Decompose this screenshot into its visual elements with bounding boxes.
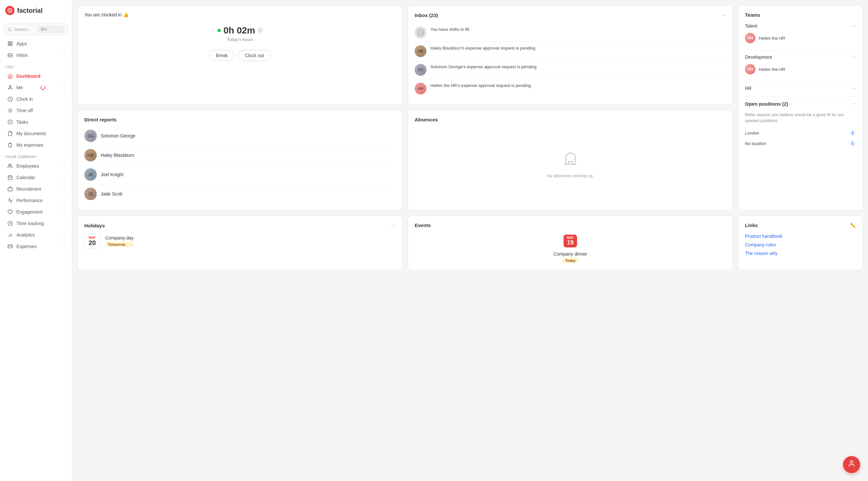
me-arrow: ›: [63, 85, 65, 90]
position-nolocation[interactable]: No location 1: [745, 138, 856, 149]
report-item-jade[interactable]: JS Jade Scott: [84, 184, 396, 204]
sidebar-item-tasks[interactable]: Tasks: [2, 117, 70, 128]
inbox-icon: [7, 52, 13, 58]
sidebar-item-timetracking[interactable]: Time tracking: [2, 218, 70, 229]
absences-card: Absences No absences coming up.: [408, 110, 733, 210]
today-badge: Today: [562, 258, 579, 263]
report-name-solomon: Solomon George: [101, 133, 135, 139]
sidebar-item-clockin[interactable]: Clock in: [2, 93, 70, 105]
talent-avatar-hellen: HH: [745, 33, 755, 43]
hr-arrow[interactable]: →: [850, 85, 856, 91]
sidebar-item-mydocs[interactable]: My documents: [2, 128, 70, 139]
holidays-card: Holidays → MAY 20 Company day Tomorrow: [78, 216, 403, 270]
fab-button[interactable]: [843, 456, 860, 473]
inbox-item-1[interactable]: You have shifts to fill.: [415, 23, 726, 42]
inbox-item-3[interactable]: SG Solomon George's expense approval req…: [415, 61, 726, 80]
svg-point-7: [9, 86, 11, 87]
search-shortcut: ⌘K: [38, 26, 65, 32]
holidays-header: Holidays →: [84, 222, 396, 228]
inbox-card: Inbox (23) → You have shifts to fill. HB…: [408, 5, 733, 105]
talent-member-name-1: Hellen the HR: [759, 36, 785, 41]
clockout-button[interactable]: Clock out: [238, 50, 271, 61]
sidebar-item-dashboard[interactable]: Dashboard: [2, 70, 70, 82]
report-avatar-haley: HB: [84, 149, 97, 161]
position-london-count: 1: [849, 129, 856, 136]
holidays-arrow[interactable]: →: [391, 222, 396, 228]
holiday-day-1: 20: [88, 240, 96, 246]
svg-line-17: [11, 109, 12, 109]
position-nolocation-name: No location: [745, 141, 766, 146]
logo[interactable]: factorial: [0, 0, 72, 21]
break-button[interactable]: Break: [209, 50, 235, 61]
calendar-label: Calendar: [17, 175, 35, 180]
search-box[interactable]: Search... ⌘K: [4, 24, 68, 35]
svg-rect-19: [9, 143, 11, 144]
sidebar-item-expenses[interactable]: Expenses ›: [2, 241, 70, 252]
open-positions-title: Open positions (2): [745, 101, 788, 107]
sidebar-item-employees[interactable]: Employees ›: [2, 160, 70, 172]
bar-icon: [7, 232, 13, 238]
inbox-arrow[interactable]: →: [721, 12, 726, 18]
calendar-arrow: ›: [63, 175, 65, 180]
info-icon[interactable]: ⓘ: [258, 28, 262, 33]
link-product-handbook[interactable]: Product handbook: [745, 232, 856, 241]
tomorrow-badge: Tomorrow: [105, 242, 133, 247]
sidebar-item-me[interactable]: Me ›: [2, 82, 70, 93]
sidebar-item-calendar[interactable]: Calendar ›: [2, 172, 70, 183]
inbox-avatar-hellen: HH: [415, 83, 427, 94]
teams-card: Teams Talent → HH Hellen the HR Developm…: [738, 5, 863, 210]
development-label: Development: [745, 55, 772, 60]
performance-label: Performance: [17, 198, 43, 203]
positions-description: Refer anyone you believe would be a good…: [745, 112, 856, 124]
report-item-solomon[interactable]: SG Solomon George: [84, 126, 396, 146]
inbox-item-2[interactable]: HB Haley Blackburn's expense approval re…: [415, 42, 726, 61]
report-item-haley[interactable]: HB Haley Blackburn: [84, 146, 396, 165]
dev-avatar-hellen: HH: [745, 64, 755, 74]
sidebar-item-inbox[interactable]: Inbox ›: [2, 50, 70, 61]
event-date-badge-1: MAY 19: [564, 235, 577, 247]
timeoff-label: Time off: [17, 108, 33, 113]
svg-rect-4: [10, 42, 12, 43]
clockin-time-value: 0h 02m: [223, 25, 255, 36]
svg-rect-21: [8, 176, 12, 180]
clockin-title: You are clocked in 👍: [84, 12, 396, 18]
sidebar-item-analytics[interactable]: Analytics ›: [2, 229, 70, 241]
talent-member-1[interactable]: HH Hellen the HR: [745, 31, 856, 44]
position-london[interactable]: London 1: [745, 128, 856, 138]
analytics-arrow: ›: [63, 233, 65, 237]
clockin-time: 0h 02m ⓘ: [84, 25, 396, 36]
open-positions-arrow[interactable]: →: [850, 101, 856, 107]
inbox-avatar-clock: [415, 27, 427, 38]
sidebar-item-myexpenses[interactable]: My expenses: [2, 140, 70, 151]
events-title: Events: [415, 222, 726, 228]
dev-member-name-1: Hellen the HR: [759, 67, 785, 72]
links-card: Links ✏️ Product handbook Company rules …: [738, 216, 863, 270]
link-company-rules[interactable]: Company rules: [745, 241, 856, 249]
open-positions-header: Open positions (2) →: [745, 101, 856, 107]
sidebar-item-performance[interactable]: Performance ›: [2, 195, 70, 206]
edit-icon[interactable]: ✏️: [850, 223, 856, 228]
divider-1: [745, 50, 856, 50]
talent-arrow[interactable]: →: [850, 23, 856, 29]
sidebar-item-apps[interactable]: Apps: [2, 38, 70, 49]
development-section: Development → HH Hellen the HR: [745, 54, 856, 76]
sidebar-item-engagement[interactable]: Engagement ›: [2, 206, 70, 217]
clock2-icon: [7, 220, 13, 227]
expenses-label: Expenses: [17, 244, 36, 249]
report-item-joel[interactable]: JK Joel Knight: [84, 165, 396, 184]
development-member-1[interactable]: HH Hellen the HR: [745, 63, 856, 76]
sidebar-scroll: Apps Inbox › YOU Dashboard Me ›: [0, 38, 72, 481]
heart-icon: [7, 209, 13, 215]
sidebar-item-timeoff[interactable]: Time off: [2, 105, 70, 116]
link-reason-why[interactable]: The reason why: [745, 249, 856, 258]
report-name-haley: Haley Blackburn: [101, 153, 134, 158]
divider-2: [745, 81, 856, 81]
clockin-card: You are clocked in 👍 0h 02m ⓘ Today's ho…: [78, 5, 403, 105]
home-icon: [7, 73, 13, 79]
inbox-item-4[interactable]: HH Hellen the HR's expense approval requ…: [415, 80, 726, 98]
calendar-icon: [7, 175, 13, 180]
recruitment-label: Recruitment: [17, 186, 41, 191]
sidebar-item-recruitment[interactable]: Recruitment ›: [2, 183, 70, 194]
receipt-icon: [7, 142, 13, 148]
development-arrow[interactable]: →: [850, 54, 856, 60]
